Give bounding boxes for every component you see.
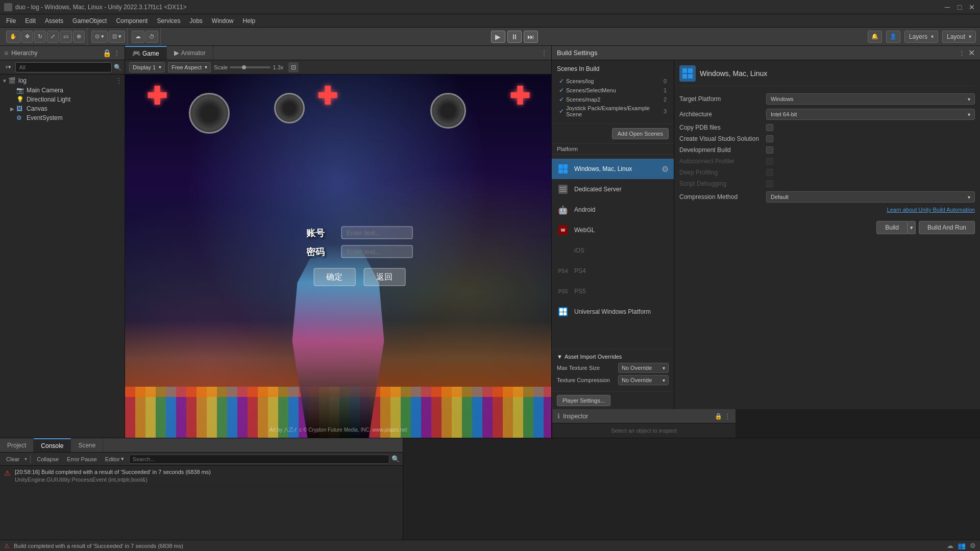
tab-scene[interactable]: Scene (71, 438, 103, 452)
scene-more-icon[interactable]: ⋮ (115, 77, 122, 85)
rect-tool[interactable]: ▭ (60, 31, 72, 43)
dev-build-checkbox[interactable] (766, 146, 773, 154)
play-button[interactable]: ▶ (491, 31, 505, 43)
close-button[interactable]: ✕ (968, 3, 976, 11)
console-entry-0[interactable]: ⚠ [20:58:16] Build completed with a resu… (1, 467, 402, 486)
inspector-more-btn[interactable]: ⋮ (724, 413, 730, 420)
tab-animator[interactable]: ▶ Animator (167, 46, 213, 60)
step-button[interactable]: ⏭ (524, 31, 538, 43)
layers-dropdown[interactable]: Layers (904, 31, 938, 43)
error-pause-btn[interactable]: Error Pause (64, 456, 100, 463)
password-input[interactable] (341, 245, 412, 258)
platform-windows[interactable]: Windows, Mac, Linux ⚙ (552, 159, 674, 179)
menu-jobs[interactable]: Jobs (185, 16, 206, 26)
minimize-button[interactable]: ─ (943, 3, 951, 11)
platform-webgl[interactable]: W WebGL (552, 220, 674, 240)
layout-dropdown[interactable]: Layout (942, 31, 976, 43)
history-btn[interactable]: ⏱ (145, 31, 158, 43)
console-search[interactable] (129, 455, 389, 464)
layers-label: Layers (909, 33, 927, 40)
max-texture-select[interactable]: No Override (618, 363, 669, 373)
copy-pdb-checkbox[interactable] (766, 124, 773, 131)
local-btn[interactable]: ⊡ ▾ (109, 31, 125, 43)
aspect-dropdown[interactable]: Free Aspect (168, 62, 211, 72)
hand-tool[interactable]: ✋ (6, 31, 20, 43)
autoconnect-checkbox (766, 158, 773, 165)
menu-edit[interactable]: Edit (21, 16, 40, 26)
create-vs-checkbox[interactable] (766, 135, 773, 142)
display-dropdown[interactable]: Display 1 (129, 62, 165, 72)
confirm-game-btn[interactable]: 确定 (313, 268, 355, 286)
build-settings-close-btn[interactable]: ✕ (968, 48, 975, 58)
platform-ps5[interactable]: PS5 PS5 (552, 281, 674, 302)
pause-button[interactable]: ⏸ (507, 31, 522, 43)
scene-row-1[interactable]: ✓ Scenes/SelectMenu 1 (557, 86, 669, 95)
learn-automation-link[interactable]: Learn about Unity Build Automation (887, 207, 975, 213)
hierarchy-add-btn[interactable]: +▾ (3, 63, 13, 71)
compression-value: Default (766, 191, 975, 203)
account-btn[interactable]: 👤 (886, 31, 900, 43)
platform-uwp[interactable]: Universal Windows Platform (552, 302, 674, 322)
texture-compression-select[interactable]: No Override (618, 375, 669, 385)
menu-gameobject[interactable]: GameObject (68, 16, 111, 26)
tab-game[interactable]: 🎮 Game (125, 46, 167, 60)
viewport-more-icon[interactable]: ⋮ (541, 49, 547, 57)
hierarchy-item-eventsystem[interactable]: ⚙ EventSystem (0, 113, 125, 122)
build-dropdown-btn[interactable]: ▾ (908, 221, 916, 234)
max-texture-label: Max Texture Size (557, 365, 618, 371)
transform-tool[interactable]: ⊕ (73, 31, 85, 43)
console-search-icon: 🔍 (391, 455, 400, 463)
move-tool[interactable]: ✥ (21, 31, 33, 43)
inspector-lock-btn[interactable]: 🔒 (715, 413, 722, 420)
scale-tool[interactable]: ⤢ (47, 31, 59, 43)
pivot-btn[interactable]: ⊙ ▾ (91, 31, 108, 43)
max-texture-value: No Override (622, 365, 652, 371)
menu-services[interactable]: Services (153, 16, 184, 26)
editor-dropdown[interactable]: Editor ▾ (102, 455, 127, 463)
player-settings-btn[interactable]: Player Settings... (557, 395, 610, 406)
rotate-tool[interactable]: ↻ (34, 31, 46, 43)
asset-import-overrides: ▼ Asset Import Overrides Max Texture Siz… (552, 349, 674, 391)
architecture-dropdown[interactable]: Intel 64-bit (766, 109, 975, 120)
scenes-title: Scenes In Build (557, 65, 669, 72)
platform-dedicated-server[interactable]: Dedicated Server (552, 179, 674, 199)
tab-project[interactable]: Project (0, 438, 34, 452)
collab-btn[interactable]: 🔔 (868, 31, 882, 43)
platform-android[interactable]: 🤖 Android (552, 199, 674, 220)
bs-bottom-buttons: Player Settings... (552, 391, 674, 409)
platform-ios[interactable]: iOS (552, 240, 674, 261)
hierarchy-more-icon[interactable]: ⋮ (113, 49, 120, 57)
hierarchy-lock-icon[interactable]: 🔒 (103, 49, 111, 57)
add-open-scenes-btn[interactable]: Add Open Scenes (612, 128, 669, 139)
menu-assets[interactable]: Assets (41, 16, 67, 26)
clear-btn[interactable]: Clear (3, 456, 22, 463)
hierarchy-search[interactable] (15, 62, 112, 72)
build-and-run-btn[interactable]: Build And Run (919, 221, 975, 234)
scene-row-0[interactable]: ✓ Scenes/log 0 (557, 77, 669, 86)
build-settings-more-icon[interactable]: ⋮ (959, 49, 965, 57)
maximize-viewport-btn[interactable]: ⊡ (288, 62, 299, 72)
compression-dropdown[interactable]: Default (766, 191, 975, 203)
collapse-btn[interactable]: Collapse (34, 456, 62, 463)
scene-row-3[interactable]: ✓ Joystick Pack/Examples/Example Scene 3 (557, 104, 669, 118)
menu-window[interactable]: Window (208, 16, 238, 26)
script-debug-label: Script Debugging (679, 180, 766, 187)
target-platform-dropdown[interactable]: Windows (766, 93, 975, 105)
platform-ps4[interactable]: PS4 PS4 (552, 261, 674, 281)
hierarchy-item-maincamera[interactable]: 📷 Main Camera (0, 86, 125, 95)
maximize-button[interactable]: □ (955, 3, 964, 11)
menu-file[interactable]: File (2, 16, 20, 26)
clear-arrow-icon[interactable]: ▾ (24, 456, 27, 462)
hierarchy-item-directionallight[interactable]: 💡 Directional Light (0, 95, 125, 104)
hierarchy-item-canvas[interactable]: ▶ 🖼 Canvas (0, 104, 125, 113)
cloud-btn[interactable]: ☁ (132, 31, 144, 43)
menu-component[interactable]: Component (112, 16, 152, 26)
menu-help[interactable]: Help (239, 16, 260, 26)
scene-row-2[interactable]: ✓ Scenes/map2 2 (557, 95, 669, 104)
build-btn[interactable]: Build (876, 221, 908, 234)
tab-console[interactable]: Console (34, 438, 71, 452)
hierarchy-scene-root[interactable]: ▼ 🎬 log ⋮ (0, 76, 125, 86)
username-input[interactable] (341, 227, 412, 239)
scale-slider[interactable] (230, 66, 271, 68)
back-game-btn[interactable]: 返回 (363, 268, 405, 286)
